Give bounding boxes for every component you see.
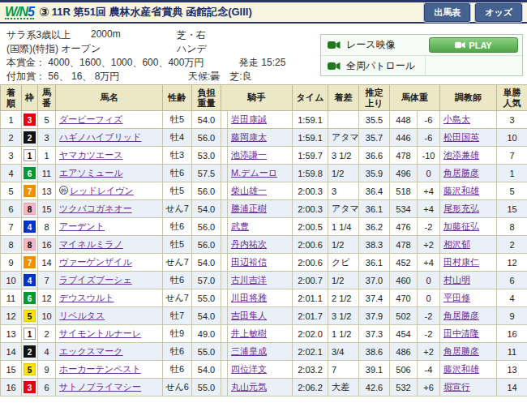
play-button[interactable]: PLAY bbox=[429, 37, 518, 53]
cell-weight-carried: 55.0 bbox=[192, 343, 221, 361]
cell-last3f: 35.9 bbox=[359, 165, 390, 182]
cell-time: 2:00.5 bbox=[293, 218, 328, 236]
result-row: 1559ホーカーテンペスト牡654.0四位洋文2:03.2739.1506-4藤… bbox=[1, 361, 527, 379]
trainer-link[interactable]: 藤沢和雄 bbox=[443, 186, 479, 195]
horse-link[interactable]: エックスマーク bbox=[59, 346, 123, 356]
jockey-link[interactable]: 池添謙一 bbox=[231, 150, 267, 160]
horse-link[interactable]: ツクバコガネオー bbox=[59, 204, 132, 213]
cell-finish-order: 10 bbox=[1, 272, 22, 289]
jockey-link[interactable]: 古川吉洋 bbox=[231, 275, 267, 285]
cell-time: 2:01.7 bbox=[293, 307, 328, 325]
race-weather: 天候:曇 芝:良 bbox=[188, 70, 252, 84]
jockey-link[interactable]: 三浦皇成 bbox=[231, 346, 267, 356]
cell-last3f: 37.9 bbox=[359, 307, 390, 325]
cell-margin: 1/2 bbox=[328, 236, 359, 254]
cell-weight-carried: 54.0 bbox=[192, 111, 221, 129]
jockey-link[interactable]: 岩田康誠 bbox=[231, 114, 267, 124]
cell-weight-diff: +2 bbox=[418, 236, 440, 254]
cell-popularity: 6 bbox=[497, 272, 527, 289]
jockey-link[interactable]: 武豊 bbox=[231, 221, 249, 231]
cell-horse-weight: 470 bbox=[390, 289, 418, 307]
horse-link[interactable]: ホーカーテンペスト bbox=[59, 364, 141, 374]
cell-finish-order: 5 bbox=[1, 182, 22, 200]
header-popularity: 単勝 人気 bbox=[497, 85, 527, 111]
foreign-bred-mark: 外 bbox=[59, 186, 68, 195]
frame-number-badge: 3 bbox=[24, 381, 36, 393]
video-panel: レース映像 PLAY 全周パトロール bbox=[320, 34, 523, 76]
horse-link[interactable]: リベルタス bbox=[59, 311, 105, 320]
cell-last3f: 36.1 bbox=[359, 200, 390, 218]
horse-link[interactable]: ヤマカツエース bbox=[59, 150, 123, 160]
cell-sex-age: 牡5 bbox=[163, 111, 192, 129]
horse-link[interactable]: サトノプライマシー bbox=[59, 382, 141, 392]
jockey-link[interactable]: 藤岡康太 bbox=[231, 132, 267, 142]
horse-link[interactable]: ハギノハイブリッド bbox=[59, 132, 141, 142]
result-row: 223ハギノハイブリッド牡456.0藤岡康太1:59.1アタマ35.7446-6… bbox=[1, 129, 527, 147]
jockey-link[interactable]: M.デムーロ bbox=[231, 168, 277, 178]
cell-horse-name: エアソミュール bbox=[56, 165, 163, 182]
horse-link[interactable]: ラブイズブーシェ bbox=[59, 275, 132, 285]
cell-weight-diff: +4 bbox=[418, 200, 440, 218]
trainer-link[interactable]: 村山明 bbox=[443, 275, 470, 285]
trainer-link[interactable]: 松田国英 bbox=[443, 132, 479, 142]
patrol-video-label: 全周パトロール bbox=[346, 59, 415, 73]
results-table: 着 順 枠 馬 番 馬名 性齢 負担 重量 騎手 タイム 着差 推定 上り 馬体… bbox=[0, 84, 527, 396]
cell-time: 2:00.3 bbox=[293, 200, 328, 218]
trainer-link[interactable]: 角居勝彦 bbox=[443, 311, 479, 320]
cell-finish-order: 16 bbox=[1, 379, 22, 396]
cell-horse-name: エックスマーク bbox=[56, 343, 163, 361]
horse-link[interactable]: エアソミュール bbox=[59, 168, 123, 178]
horse-link[interactable]: アーデント bbox=[59, 221, 105, 231]
win5-logo-win: W/N bbox=[5, 5, 28, 19]
race-prize: 本賞金： 4000、1600、1000、600、400万円 bbox=[6, 56, 204, 70]
cell-spacer bbox=[221, 361, 228, 379]
jockey-link[interactable]: 勝浦正樹 bbox=[231, 204, 267, 213]
trainer-link[interactable]: 加藤征弘 bbox=[443, 221, 479, 231]
cell-horse-weight: 452 bbox=[390, 254, 418, 272]
cell-last3f: 36.4 bbox=[359, 182, 390, 200]
horse-link[interactable]: ダービーフィズ bbox=[59, 114, 122, 124]
jockey-link[interactable]: 吉田隼人 bbox=[231, 311, 267, 320]
cell-weight-diff: +2 bbox=[418, 343, 440, 361]
result-row: 748アーデント牡656.0武豊2:00.51 1/436.2476-2加藤征弘… bbox=[1, 218, 527, 236]
cell-time: 1:59.8 bbox=[293, 165, 328, 182]
cell-sex-age: せん7 bbox=[163, 200, 192, 218]
cell-frame: 6 bbox=[22, 289, 38, 307]
race-info-section: サラ系3歳以上 2000m 芝・右 (国際)(特指) オープン ハンデ 本賞金：… bbox=[0, 24, 527, 84]
trainer-link[interactable]: 平田修 bbox=[443, 293, 470, 302]
jockey-link[interactable]: 丸山元気 bbox=[231, 382, 267, 392]
cell-finish-order: 15 bbox=[1, 361, 22, 379]
trainer-link[interactable]: 池添兼雄 bbox=[443, 150, 479, 160]
trainer-link[interactable]: 小島太 bbox=[443, 114, 470, 124]
jockey-link[interactable]: 丹内祐次 bbox=[231, 239, 267, 249]
jockey-link[interactable]: 田辺裕信 bbox=[231, 257, 267, 267]
cell-popularity: 15 bbox=[497, 200, 527, 218]
jockey-link[interactable]: 川田将雅 bbox=[231, 293, 267, 302]
trainer-link[interactable]: 田中清隆 bbox=[443, 328, 479, 338]
trainer-link[interactable]: 田村康仁 bbox=[443, 257, 479, 267]
trainer-link[interactable]: 角居勝彦 bbox=[443, 346, 479, 356]
trainer-link[interactable]: 相沢郁 bbox=[443, 239, 470, 249]
horse-link[interactable]: レッドレイヴン bbox=[70, 186, 134, 195]
cell-last3f: 37.0 bbox=[359, 272, 390, 289]
cell-horse-name: サイモントルナーレ bbox=[56, 325, 163, 343]
horse-link[interactable]: マイネルミラノ bbox=[59, 239, 123, 249]
trainer-link[interactable]: 角居勝彦 bbox=[443, 168, 479, 178]
cell-horse-number: 14 bbox=[38, 254, 56, 272]
result-row: 311ヤマカツエース牡353.0池添謙一1:59.73 1/236.6478-1… bbox=[1, 147, 527, 165]
cell-last3f: 35.5 bbox=[359, 111, 390, 129]
cell-popularity: 4 bbox=[497, 289, 527, 307]
horse-link[interactable]: サイモントルナーレ bbox=[59, 328, 141, 338]
trainer-link[interactable]: 尾形充弘 bbox=[443, 204, 479, 213]
jockey-link[interactable]: 柴山雄一 bbox=[231, 186, 267, 195]
jockey-link[interactable]: 四位洋文 bbox=[231, 364, 267, 374]
odds-button[interactable]: オッズ bbox=[475, 3, 522, 22]
trainer-link[interactable]: 堀宣行 bbox=[443, 382, 470, 392]
horse-link[interactable]: デウスウルト bbox=[59, 293, 114, 302]
shutsuba-button[interactable]: 出馬表 bbox=[424, 3, 470, 22]
jockey-link[interactable]: 井上敏樹 bbox=[231, 328, 267, 338]
cell-jockey: 吉田隼人 bbox=[228, 307, 293, 325]
horse-link[interactable]: ヴァーゲンザイル bbox=[59, 257, 132, 267]
trainer-link[interactable]: 藤沢和雄 bbox=[443, 364, 479, 374]
video-play-cell: PLAY bbox=[425, 35, 522, 55]
